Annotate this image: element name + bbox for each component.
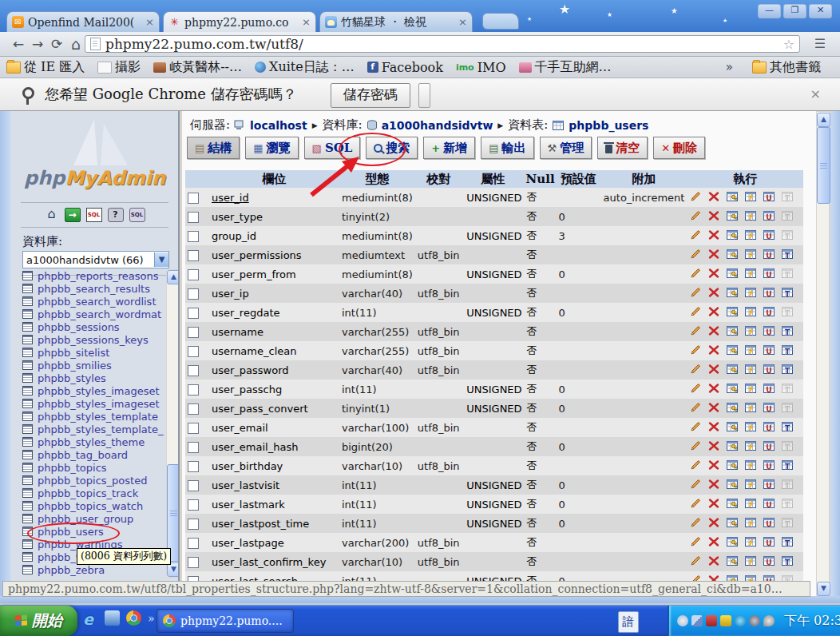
primary-key-icon[interactable] [726,209,739,225]
index-icon[interactable] [744,555,757,570]
edit-icon[interactable] [689,459,702,474]
home-icon[interactable]: ⌂ [45,208,59,221]
drop-icon[interactable] [707,286,720,301]
internet-explorer-icon[interactable]: e [83,610,98,626]
tab-close-icon[interactable]: × [458,16,467,28]
field-name[interactable]: user_last_confirm_key [212,556,326,568]
field-name[interactable]: username_clean [212,345,296,357]
sidebar-table-item[interactable]: phpbb_reports_reasons [22,269,168,282]
browser-tab[interactable]: Openfind Mail200(× [6,11,160,32]
row-checkbox[interactable] [188,403,199,415]
fulltext-icon[interactable]: T [781,286,794,301]
edit-icon[interactable] [689,286,702,301]
primary-key-icon[interactable] [726,190,739,205]
field-name[interactable]: user_password [212,364,289,376]
drop-icon[interactable] [707,363,720,378]
primary-key-icon[interactable] [726,382,739,397]
chrome-icon[interactable] [126,610,141,626]
index-icon[interactable] [744,267,757,282]
sidebar-table-label[interactable]: phpbb_search_wordmat [38,308,161,320]
fulltext-icon[interactable]: T [781,344,794,359]
sidebar-table-item[interactable]: phpbb_topics [22,461,168,474]
bookmark-star-icon[interactable]: ☆ [783,37,794,52]
drop-icon[interactable] [707,267,720,282]
scrollbar-thumb[interactable] [817,127,830,204]
pma-tab-管理[interactable]: ⚒管理 [540,137,592,159]
sidebar-table-label[interactable]: phpbb_topics_posted [38,475,147,487]
scrollbar-thumb[interactable] [167,464,180,562]
row-checkbox[interactable] [188,499,199,511]
primary-key-icon[interactable] [726,555,739,570]
drop-icon[interactable] [707,209,720,225]
primary-key-icon[interactable] [726,344,739,359]
edit-icon[interactable] [689,401,702,416]
index-icon[interactable] [744,209,757,225]
info-icon[interactable] [735,615,746,626]
never-save-button[interactable] [418,83,430,108]
row-checkbox[interactable] [188,480,199,491]
sidebar-table-label[interactable]: phpbb_sitelist [38,347,109,359]
fulltext-icon[interactable]: T [781,497,794,512]
row-checkbox[interactable] [188,193,199,204]
sidebar-table-label[interactable]: phpbb_styles_imageset [38,398,160,410]
primary-key-icon[interactable] [726,248,739,263]
main-scrollbar[interactable]: ▲ ▼ [816,111,830,596]
index-icon[interactable] [744,344,757,359]
field-name[interactable]: user_regdate [212,307,279,319]
field-name[interactable]: user_perm_from [212,268,296,280]
index-icon[interactable] [744,535,757,551]
sidebar-table-item[interactable]: phpbb_topics_posted [22,474,168,487]
browser-tab[interactable]: phpmy22.pumo.co× [163,11,316,32]
primary-key-icon[interactable] [726,478,739,493]
address-bar[interactable]: phpmy22.pumo.com.tw/utf8/ ☆ [85,35,800,53]
unique-icon[interactable]: U [763,459,775,474]
primary-key-icon[interactable] [726,229,739,244]
edit-icon[interactable] [689,190,702,205]
bookmark-item[interactable]: fFacebook [367,59,443,76]
fulltext-icon[interactable]: T [781,439,794,455]
primary-key-icon[interactable] [726,286,739,301]
restore-button[interactable]: ❐ [783,4,806,18]
edit-icon[interactable] [689,344,702,359]
unique-icon[interactable]: U [763,516,775,531]
unique-icon[interactable]: U [763,555,775,570]
row-checkbox[interactable] [188,346,199,357]
index-icon[interactable] [744,420,757,435]
tab-close-icon[interactable]: × [145,16,154,28]
edit-icon[interactable] [689,248,702,263]
unique-icon[interactable]: U [763,363,775,378]
taskbar-window-button[interactable]: phpmy22.pumo.... [157,609,294,633]
sidebar-table-label[interactable]: phpbb_sessions [38,321,120,333]
close-button[interactable]: ✕ [809,4,832,18]
fulltext-icon[interactable]: T [781,478,794,493]
fulltext-icon[interactable]: T [781,305,794,320]
sidebar-table-label[interactable]: phpbb_styles_imageset [38,385,160,397]
row-checkbox[interactable] [188,519,199,530]
primary-key-icon[interactable] [726,535,739,551]
unique-icon[interactable]: U [763,535,775,551]
exit-icon[interactable]: → [65,208,81,222]
edit-icon[interactable] [689,267,702,282]
edit-icon[interactable] [689,324,702,340]
unique-icon[interactable]: U [763,382,775,397]
sidebar-table-item[interactable]: phpbb_sessions [22,320,168,333]
other-bookmarks-folder[interactable]: 其他書籤 [752,59,821,76]
edit-icon[interactable] [689,229,702,244]
field-name[interactable]: user_pass_convert [212,403,308,415]
sidebar-table-item[interactable]: phpbb_styles_template_ [22,423,168,435]
sidebar-table-item[interactable]: phpbb_topics_track [22,487,168,499]
unique-icon[interactable]: U [763,439,775,455]
fulltext-icon[interactable]: T [781,516,794,531]
sidebar-table-label[interactable]: phpbb_sessions_keys [38,334,149,346]
drop-icon[interactable] [707,305,720,320]
index-icon[interactable] [744,286,757,301]
sidebar-table-label[interactable]: phpbb_reports_reasons [38,270,159,282]
home-icon[interactable]: ⌂ [67,34,85,54]
edit-icon[interactable] [689,497,702,512]
pma-tab-輸出[interactable]: ▤輸出 [481,137,533,159]
drop-icon[interactable] [707,401,720,416]
drop-icon[interactable] [707,324,720,340]
quick-launch-overflow-icon[interactable]: » [148,612,155,625]
primary-key-icon[interactable] [726,439,739,455]
field-name[interactable]: user_type [212,211,263,223]
